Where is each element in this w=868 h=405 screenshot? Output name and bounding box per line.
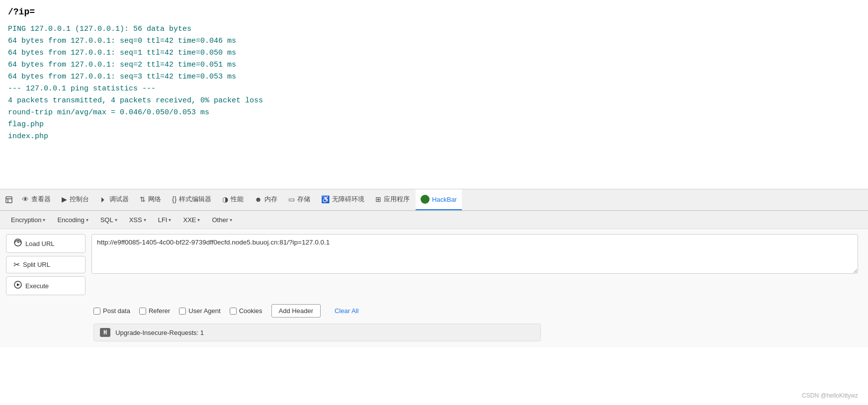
load-url-button[interactable]: Load URL [6, 234, 86, 253]
execute-icon [13, 280, 22, 291]
post-data-input[interactable] [93, 308, 100, 315]
load-url-icon [13, 238, 22, 249]
menu-sql[interactable]: SQL ▾ [95, 214, 122, 226]
hackbar-main-content: Load URL ✂ Split URL Execute [0, 229, 868, 300]
action-buttons-group: Load URL ✂ Split URL Execute [6, 234, 86, 295]
terminal-line: 64 bytes from 127.0.0.1: seq=1 ttl=42 ti… [8, 47, 860, 59]
terminal-line: 64 bytes from 127.0.0.1: seq=3 ttl=42 ti… [8, 71, 860, 83]
menu-xss[interactable]: XSS ▾ [124, 214, 151, 226]
header-row: H Upgrade-Insecure-Requests: 1 [93, 324, 541, 341]
chevron-down-icon: ▾ [197, 217, 200, 223]
terminal-line: --- 127.0.0.1 ping statistics --- [8, 83, 860, 95]
tab-hackbar[interactable]: HackBar [416, 189, 462, 210]
tab-console[interactable]: ▶ 控制台 [57, 189, 94, 210]
terminal-line: round-trip min/avg/max = 0.046/0.050/0.0… [8, 107, 860, 119]
chevron-down-icon: ▾ [86, 217, 88, 223]
devtools-tab-bar: 👁 查看器 ▶ 控制台 ⏵ 调试器 ⇅ 网络 {} 样式编辑器 ◑ 性能 ☻ 内… [0, 189, 868, 211]
execute-button[interactable]: Execute [6, 276, 86, 295]
user-agent-checkbox[interactable]: User Agent [179, 307, 220, 315]
terminal-line: 64 bytes from 127.0.0.1: seq=0 ttl=42 ti… [8, 35, 860, 47]
post-data-checkbox[interactable]: Post data [93, 307, 130, 315]
tab-debugger[interactable]: ⏵ 调试器 [95, 189, 134, 210]
tab-inspector[interactable] [2, 193, 16, 207]
split-url-button[interactable]: ✂ Split URL [6, 256, 86, 273]
hackbar-dot-icon [421, 195, 430, 204]
menu-lfi[interactable]: LFI ▾ [153, 214, 176, 226]
chevron-down-icon: ▾ [144, 217, 146, 223]
terminal-line: 4 packets transmitted, 4 packets receive… [8, 95, 860, 107]
chevron-down-icon: ▾ [43, 217, 45, 223]
terminal-output: /?ip= PING 127.0.0.1 (127.0.0.1): 56 dat… [0, 0, 868, 189]
menu-other[interactable]: Other ▾ [207, 214, 237, 226]
terminal-line: flag.php [8, 119, 860, 131]
chevron-down-icon: ▾ [230, 217, 232, 223]
referer-checkbox[interactable]: Referer [139, 307, 170, 315]
hackbar-panel: Encryption ▾ Encoding ▾ SQL ▾ XSS ▾ LFI … [0, 211, 868, 347]
add-header-button[interactable]: Add Header [271, 304, 321, 318]
tab-app-programs[interactable]: ⊞ 应用程序 [370, 189, 415, 210]
hackbar-menu-bar: Encryption ▾ Encoding ▾ SQL ▾ XSS ▾ LFI … [0, 211, 868, 229]
terminal-line: index.php [8, 131, 860, 143]
tab-viewer[interactable]: 👁 查看器 [17, 189, 56, 210]
tab-performance[interactable]: ◑ 性能 [217, 189, 249, 210]
referer-input[interactable] [139, 308, 146, 315]
chevron-down-icon: ▾ [169, 217, 171, 223]
svg-marker-5 [17, 283, 20, 286]
menu-xxe[interactable]: XXE ▾ [178, 214, 205, 226]
terminal-line: PING 127.0.0.1 (127.0.0.1): 56 data byte… [8, 23, 860, 35]
terminal-prompt: /?ip= [8, 5, 860, 19]
watermark: CSDN @helloKittywz [802, 392, 858, 399]
cookies-input[interactable] [230, 308, 237, 315]
split-url-icon: ✂ [13, 260, 20, 269]
cookies-checkbox[interactable]: Cookies [230, 307, 262, 315]
user-agent-input[interactable] [179, 308, 186, 315]
header-value: Upgrade-Insecure-Requests: 1 [115, 329, 204, 336]
menu-encoding[interactable]: Encoding ▾ [52, 214, 93, 226]
header-badge: H [100, 328, 110, 337]
menu-encryption[interactable]: Encryption ▾ [6, 214, 50, 226]
chevron-down-icon: ▾ [115, 217, 117, 223]
tab-accessibility[interactable]: ♿ 无障碍环境 [316, 189, 369, 210]
tab-storage[interactable]: ▭ 存储 [283, 189, 315, 210]
tab-style-editor[interactable]: {} 样式编辑器 [167, 189, 216, 210]
terminal-line: 64 bytes from 127.0.0.1: seq=2 ttl=42 ti… [8, 59, 860, 71]
url-input[interactable] [91, 234, 858, 274]
tab-memory[interactable]: ☻ 内存 [250, 189, 282, 210]
svg-rect-0 [6, 197, 12, 203]
checkboxes-row: Post data Referer User Agent Cookies Add… [0, 300, 868, 322]
headers-section: H Upgrade-Insecure-Requests: 1 [0, 322, 868, 347]
clear-all-button[interactable]: Clear All [330, 305, 363, 317]
tab-network[interactable]: ⇅ 网络 [135, 189, 166, 210]
